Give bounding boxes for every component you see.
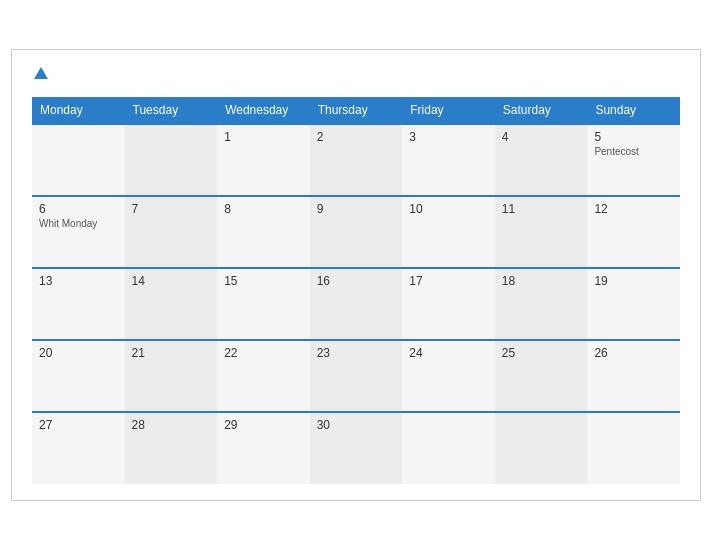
day-cell: 18 [495,268,588,340]
day-cell [495,412,588,484]
day-cell: 2 [310,124,403,196]
day-cell: 6Whit Monday [32,196,125,268]
day-number: 22 [224,346,303,360]
day-cell: 1 [217,124,310,196]
event-label: Pentecost [594,146,673,157]
calendar-container: MondayTuesdayWednesdayThursdayFridaySatu… [11,49,701,502]
day-number: 17 [409,274,488,288]
weekday-header-saturday: Saturday [495,97,588,124]
day-number: 23 [317,346,396,360]
week-row-3: 13141516171819 [32,268,680,340]
day-cell [125,124,218,196]
day-number: 25 [502,346,581,360]
day-number: 2 [317,130,396,144]
week-row-5: 27282930 [32,412,680,484]
weekday-header-sunday: Sunday [587,97,680,124]
day-cell: 11 [495,196,588,268]
day-number: 30 [317,418,396,432]
weekday-header-wednesday: Wednesday [217,97,310,124]
day-number: 10 [409,202,488,216]
day-number: 24 [409,346,488,360]
day-number: 3 [409,130,488,144]
day-cell: 24 [402,340,495,412]
day-number: 28 [132,418,211,432]
day-number: 11 [502,202,581,216]
logo-triangle-icon [34,67,48,79]
day-cell: 8 [217,196,310,268]
day-number: 12 [594,202,673,216]
weekday-header-tuesday: Tuesday [125,97,218,124]
weekday-header-thursday: Thursday [310,97,403,124]
day-cell: 25 [495,340,588,412]
day-cell: 5Pentecost [587,124,680,196]
day-cell: 12 [587,196,680,268]
day-cell [402,412,495,484]
day-number: 5 [594,130,673,144]
day-cell: 27 [32,412,125,484]
event-label: Whit Monday [39,218,118,229]
day-number: 8 [224,202,303,216]
day-number: 7 [132,202,211,216]
day-cell: 20 [32,340,125,412]
day-number: 19 [594,274,673,288]
logo [32,66,48,84]
calendar-table: MondayTuesdayWednesdayThursdayFridaySatu… [32,97,680,484]
day-number: 4 [502,130,581,144]
day-number: 16 [317,274,396,288]
day-cell: 22 [217,340,310,412]
day-cell: 3 [402,124,495,196]
day-cell [587,412,680,484]
logo-top-row [32,66,48,84]
day-number: 29 [224,418,303,432]
day-number: 18 [502,274,581,288]
day-cell: 14 [125,268,218,340]
weekday-header-monday: Monday [32,97,125,124]
week-row-2: 6Whit Monday789101112 [32,196,680,268]
day-cell: 29 [217,412,310,484]
day-number: 6 [39,202,118,216]
day-cell: 17 [402,268,495,340]
day-cell: 7 [125,196,218,268]
day-cell: 21 [125,340,218,412]
day-number: 27 [39,418,118,432]
calendar-header-row: MondayTuesdayWednesdayThursdayFridaySatu… [32,97,680,124]
day-cell: 30 [310,412,403,484]
day-cell: 28 [125,412,218,484]
day-cell: 23 [310,340,403,412]
day-cell: 9 [310,196,403,268]
day-number: 14 [132,274,211,288]
day-number: 26 [594,346,673,360]
day-cell [32,124,125,196]
day-number: 15 [224,274,303,288]
day-cell: 15 [217,268,310,340]
weekday-header-friday: Friday [402,97,495,124]
day-cell: 16 [310,268,403,340]
day-number: 21 [132,346,211,360]
calendar-body: 12345Pentecost6Whit Monday78910111213141… [32,124,680,484]
day-number: 13 [39,274,118,288]
day-cell: 13 [32,268,125,340]
day-cell: 26 [587,340,680,412]
week-row-1: 12345Pentecost [32,124,680,196]
calendar-header [32,66,680,84]
weekday-row: MondayTuesdayWednesdayThursdayFridaySatu… [32,97,680,124]
day-number: 9 [317,202,396,216]
day-number: 1 [224,130,303,144]
day-number: 20 [39,346,118,360]
day-cell: 10 [402,196,495,268]
day-cell: 4 [495,124,588,196]
week-row-4: 20212223242526 [32,340,680,412]
day-cell: 19 [587,268,680,340]
